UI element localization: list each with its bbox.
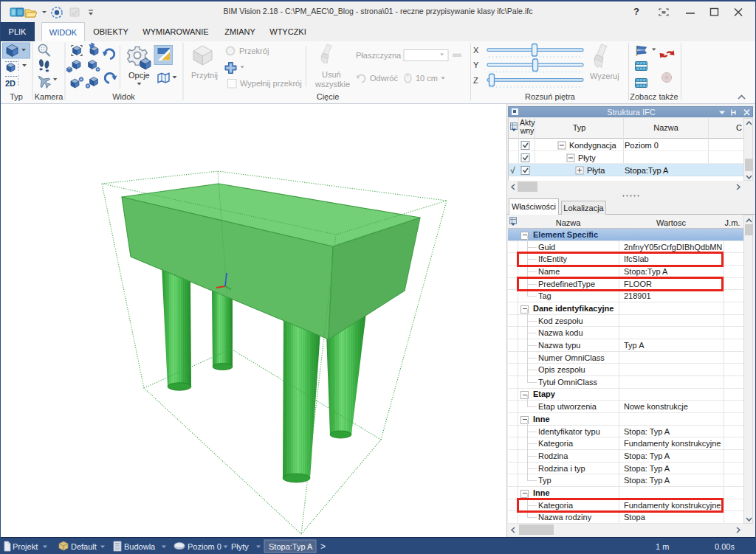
svg-text:Poziom 0: Poziom 0 bbox=[625, 141, 659, 150]
svg-text:Wypełnij przekrój: Wypełnij przekrój bbox=[240, 79, 302, 88]
svg-text:Kamera: Kamera bbox=[35, 92, 63, 101]
svg-text:Wyzeruj: Wyzeruj bbox=[590, 72, 619, 80]
svg-text:Płyty: Płyty bbox=[578, 153, 596, 162]
svg-text:Zobacz także: Zobacz także bbox=[630, 92, 678, 101]
svg-text:Widok: Widok bbox=[112, 92, 135, 101]
svg-text:Płyta: Płyta bbox=[587, 166, 605, 175]
svg-text:Stopa:Typ A: Stopa:Typ A bbox=[625, 166, 669, 175]
svg-text:Budowla: Budowla bbox=[124, 542, 156, 551]
svg-text:0.00s: 0.00s bbox=[715, 542, 735, 551]
svg-text:Opcje: Opcje bbox=[128, 71, 150, 80]
svg-text:Poziom 0: Poziom 0 bbox=[188, 542, 221, 551]
svg-text:X: X bbox=[473, 46, 479, 55]
svg-text:Przekrój: Przekrój bbox=[239, 46, 269, 55]
svg-text:>: > bbox=[320, 541, 326, 552]
svg-text:Przytnij: Przytnij bbox=[191, 71, 218, 80]
svg-text:Płyty: Płyty bbox=[231, 542, 249, 551]
svg-text:2D: 2D bbox=[5, 79, 16, 88]
svg-text:wszystkie: wszystkie bbox=[315, 80, 350, 89]
svg-text:1 m: 1 m bbox=[656, 542, 669, 551]
svg-text:Cięcie: Cięcie bbox=[317, 92, 340, 101]
svg-text:Stopa:Typ A: Stopa:Typ A bbox=[269, 542, 313, 551]
svg-text:Default: Default bbox=[71, 542, 97, 551]
svg-text:Usuń: Usuń bbox=[322, 70, 341, 79]
svg-text:Kondygnacja: Kondygnacja bbox=[569, 141, 616, 150]
svg-text:Projekt: Projekt bbox=[13, 542, 38, 551]
svg-text:Płaszczyzna: Płaszczyzna bbox=[356, 51, 402, 60]
svg-text:Odwróć: Odwróć bbox=[370, 74, 398, 83]
svg-text:Y: Y bbox=[473, 60, 479, 69]
svg-text:Z: Z bbox=[473, 76, 478, 85]
svg-text:Rozsuń piętra: Rozsuń piętra bbox=[525, 92, 576, 101]
svg-text:Typ: Typ bbox=[10, 92, 23, 101]
svg-text:10 cm: 10 cm bbox=[416, 74, 438, 83]
